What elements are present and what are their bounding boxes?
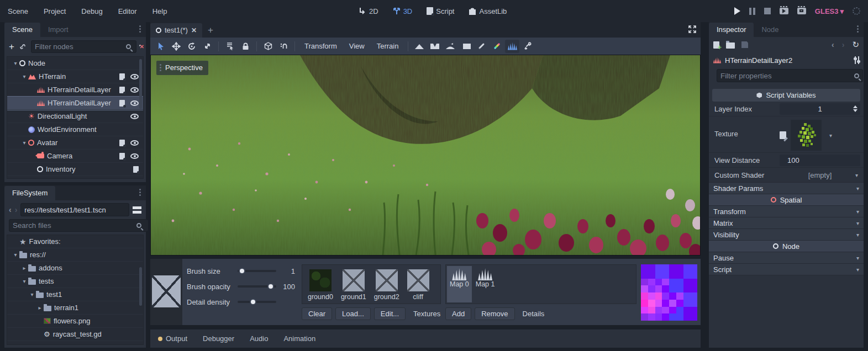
list-select-tool-button[interactable] bbox=[223, 40, 237, 53]
texture-ground2[interactable]: ground2 bbox=[374, 269, 399, 304]
texture-dropdown-icon[interactable]: ▾ bbox=[829, 132, 832, 139]
fs-path-field[interactable]: res://tests/test1/test1.tscn bbox=[20, 203, 129, 216]
section-matrix[interactable]: Matrix▾ bbox=[709, 217, 864, 229]
renderer-select[interactable]: GLES3▾ bbox=[815, 7, 844, 15]
menu-help[interactable]: Help bbox=[145, 7, 175, 15]
details-caption[interactable]: Details bbox=[523, 310, 545, 318]
update-spinner-icon[interactable] bbox=[853, 7, 860, 15]
tab-debugger[interactable]: Debugger bbox=[195, 334, 242, 343]
snap-tool-button[interactable] bbox=[276, 40, 291, 53]
menu-project[interactable]: Project bbox=[36, 7, 73, 15]
add-node-button[interactable]: + bbox=[9, 41, 14, 52]
edit-button[interactable]: Edit... bbox=[374, 307, 406, 320]
brush-shape-thumbnail[interactable] bbox=[152, 275, 181, 307]
section-transform[interactable]: Transform▾ bbox=[709, 206, 864, 217]
tree-node-directionallight[interactable]: ☀DirectionalLight bbox=[7, 110, 143, 123]
tree-node-hterraindetaillayer-2[interactable]: HTerrainDetailLayer bbox=[7, 97, 143, 110]
new-resource-icon[interactable] bbox=[713, 41, 719, 49]
section-visibility[interactable]: Visibility▾ bbox=[709, 229, 864, 241]
tab-audio[interactable]: Audio bbox=[242, 334, 276, 343]
fs-item-test1[interactable]: ▾test1 bbox=[7, 288, 143, 301]
fs-item-res[interactable]: ▾res:// bbox=[7, 248, 143, 262]
scene-tree-scrollbar[interactable] bbox=[139, 59, 142, 109]
fs-item-terrain1[interactable]: ▸terrain1 bbox=[7, 301, 143, 315]
tree-node-hterrain[interactable]: ▾HTerrain bbox=[7, 70, 143, 83]
script-icon[interactable] bbox=[119, 140, 125, 146]
tree-node-worldenvironment[interactable]: WorldEnvironment bbox=[7, 123, 143, 136]
script-icon[interactable] bbox=[119, 87, 125, 93]
fs-item-favorites[interactable]: ★Favorites: bbox=[7, 235, 143, 248]
dock-menu-icon[interactable] bbox=[857, 24, 859, 34]
instance-scene-button[interactable] bbox=[19, 42, 26, 51]
menu-transform[interactable]: Transform bbox=[299, 42, 343, 50]
chevron-right-icon[interactable]: ▸ bbox=[20, 265, 28, 271]
visibility-eye-icon[interactable] bbox=[130, 74, 139, 79]
tree-node-inventory[interactable]: Inventory bbox=[7, 163, 143, 176]
fs-item-raycast-test-gd[interactable]: ⚙raycast_test.gd bbox=[7, 328, 143, 341]
brush-size-slider[interactable] bbox=[238, 270, 276, 272]
close-tab-icon[interactable]: ✕ bbox=[191, 26, 197, 34]
add-button[interactable]: Add bbox=[445, 307, 471, 320]
menu-debug[interactable]: Debug bbox=[73, 7, 110, 15]
menu-terrain[interactable]: Terrain bbox=[371, 42, 404, 50]
visibility-eye-icon[interactable] bbox=[130, 100, 139, 106]
chevron-down-icon[interactable]: ▾ bbox=[20, 140, 28, 146]
tree-node-root[interactable]: ▾Node bbox=[7, 57, 143, 70]
texture-ground0[interactable]: ground0 bbox=[308, 269, 333, 304]
fs-item-addons[interactable]: ▸addons bbox=[7, 262, 143, 275]
dock-menu-icon[interactable] bbox=[139, 24, 141, 34]
mode-script-button[interactable]: Script bbox=[422, 0, 459, 22]
terrain-color-brush-button[interactable] bbox=[490, 40, 504, 53]
move-tool-button[interactable] bbox=[169, 40, 183, 53]
new-scene-tab-button[interactable]: + bbox=[202, 25, 219, 38]
map-1-item[interactable]: Map 1 bbox=[473, 266, 498, 302]
script-icon[interactable] bbox=[119, 73, 125, 80]
section-script[interactable]: Script▾ bbox=[709, 264, 864, 275]
fs-forward-button[interactable]: › bbox=[15, 205, 18, 214]
object-tools-icon[interactable] bbox=[855, 56, 859, 64]
filter-properties-input[interactable] bbox=[717, 69, 863, 82]
texture-ground1[interactable]: ground1 bbox=[341, 269, 366, 304]
tab-filesystem[interactable]: FileSystem bbox=[4, 186, 55, 200]
section-pause[interactable]: Pause▾ bbox=[709, 252, 864, 264]
chevron-right-icon[interactable]: ▸ bbox=[36, 305, 44, 311]
detail-density-map-preview[interactable] bbox=[641, 264, 697, 321]
script-variables-header[interactable]: Script Variables bbox=[712, 89, 860, 102]
tab-inspector[interactable]: Inspector bbox=[709, 23, 754, 37]
layer-index-spinbox[interactable]: 1 bbox=[780, 103, 860, 115]
fs-scrollbar[interactable] bbox=[139, 267, 142, 306]
fs-search-input[interactable] bbox=[9, 219, 149, 232]
texture-cliff[interactable]: cliff bbox=[407, 269, 429, 304]
tree-node-hterraindetaillayer-1[interactable]: HTerrainDetailLayer bbox=[7, 83, 143, 97]
terrain-flatten-tool-button[interactable] bbox=[459, 40, 473, 53]
group-tool-button[interactable] bbox=[261, 40, 275, 53]
chevron-down-icon[interactable]: ▾ bbox=[20, 73, 28, 79]
fs-item-tests[interactable]: ▾tests bbox=[7, 275, 143, 288]
scene-tab-test1[interactable]: test1(*) ✕ bbox=[150, 23, 202, 38]
filter-nodes-input[interactable] bbox=[31, 40, 136, 53]
tab-output[interactable]: Output bbox=[150, 334, 195, 343]
fs-split-mode-button[interactable] bbox=[133, 206, 141, 214]
tab-import[interactable]: Import bbox=[40, 23, 76, 37]
detail-density-slider[interactable] bbox=[238, 301, 276, 303]
load-button[interactable]: Load... bbox=[335, 307, 371, 320]
tab-animation[interactable]: Animation bbox=[276, 334, 323, 343]
select-tool-button[interactable] bbox=[154, 40, 168, 53]
stop-button[interactable] bbox=[764, 8, 771, 14]
chevron-down-icon[interactable]: ▾ bbox=[28, 291, 36, 297]
scale-tool-button[interactable] bbox=[200, 40, 214, 53]
terrain-paint-brush-button[interactable] bbox=[474, 40, 488, 53]
terrain-detail-grass-tool-button[interactable] bbox=[505, 40, 519, 53]
expand-viewport-icon[interactable] bbox=[688, 25, 696, 35]
terrain-holes-shovel-button[interactable] bbox=[520, 40, 535, 53]
chevron-down-icon[interactable]: ▾ bbox=[12, 60, 19, 66]
terrain-lower-tool-button[interactable] bbox=[428, 40, 442, 53]
mode-2d-button[interactable]: 2D bbox=[354, 0, 383, 22]
custom-shader-dropdown[interactable]: [empty] ▾ bbox=[780, 169, 860, 181]
pause-button[interactable] bbox=[749, 8, 755, 15]
mode-assetlib-button[interactable]: AssetLib bbox=[464, 0, 512, 22]
menu-scene[interactable]: Scene bbox=[0, 7, 36, 15]
history-icon[interactable]: ↻ bbox=[852, 40, 859, 50]
spinner-arrows-icon[interactable] bbox=[853, 105, 858, 112]
play-custom-scene-button[interactable] bbox=[797, 8, 806, 14]
